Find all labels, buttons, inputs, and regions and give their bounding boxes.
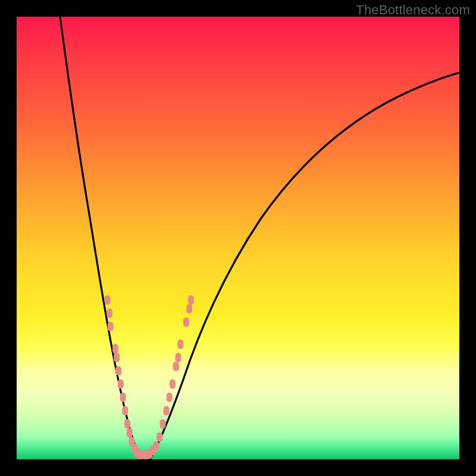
scatter-dot [112,344,118,353]
chart-svg [17,17,459,459]
scatter-dot [108,322,114,331]
scatter-dot [186,304,192,314]
chart-frame: TheBottleneck.com [0,0,476,476]
scatter-dot [107,309,112,318]
watermark-text: TheBottleneck.com [356,2,470,18]
scatter-dot [164,406,170,415]
scatter-dot [183,317,189,327]
scatter-dot [122,406,128,415]
scatter-dot [115,366,121,375]
scatter-dot [160,419,166,429]
scatter-dot [170,380,176,389]
scatter-dot [167,393,173,402]
scatter-dot [118,380,124,389]
plot-area [17,17,459,459]
scatter-dot [120,393,126,402]
scatter-dot [176,353,181,362]
scatter-dot [124,419,130,429]
scatter-dot [114,353,120,362]
curve-left [60,17,144,459]
scatter-dot [105,295,111,305]
scatter-dot [153,441,159,451]
scatter-dot [188,295,194,305]
curve-right [150,73,459,459]
scatter-dot [177,340,183,349]
scatter-dot [173,362,179,371]
scatter-dot [156,433,162,442]
scatter-dot [127,428,133,437]
